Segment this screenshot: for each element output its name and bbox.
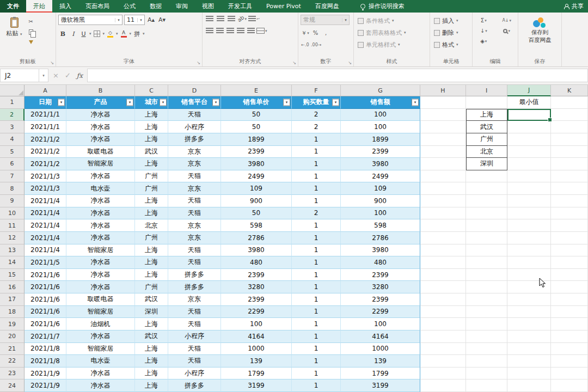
cell-A8[interactable]: 2021/1/3 xyxy=(24,182,66,195)
cell-G13[interactable]: 3980 xyxy=(341,244,420,257)
cell-G20[interactable]: 4164 xyxy=(341,330,420,343)
cell-A20[interactable]: 2021/1/7 xyxy=(24,330,66,343)
cell-C15[interactable]: 上海 xyxy=(135,269,168,281)
cell-C23[interactable]: 上海 xyxy=(135,367,168,380)
cell-K23[interactable] xyxy=(551,367,588,380)
column-header-B[interactable]: B xyxy=(66,85,135,96)
row-header-20[interactable]: 20 xyxy=(0,330,24,343)
cell-A19[interactable]: 2021/1/6 xyxy=(24,318,66,330)
cell-E11[interactable]: 598 xyxy=(221,219,292,232)
cell-G6[interactable]: 3980 xyxy=(341,158,420,170)
cell-E13[interactable]: 3980 xyxy=(221,244,292,257)
cell-D10[interactable]: 天猫 xyxy=(168,207,221,220)
cell-K17[interactable] xyxy=(551,293,588,306)
clear-button[interactable]: ◈▾ xyxy=(475,37,493,45)
wrap-text-button[interactable]: ↩ xyxy=(248,15,260,23)
cell-H3[interactable] xyxy=(420,121,466,133)
cell-D1[interactable]: 销售平台▾ xyxy=(168,96,221,109)
borders-dropdown-icon[interactable]: ▾ xyxy=(103,32,105,36)
cell-B15[interactable]: 净水器 xyxy=(66,269,135,281)
cell-F20[interactable]: 1 xyxy=(292,330,341,343)
italic-button[interactable]: I xyxy=(69,29,78,39)
dialog-launcher-icon[interactable]: ↘ xyxy=(292,60,296,65)
cell-B14[interactable]: 净水器 xyxy=(66,256,135,269)
cell-G2[interactable]: 100 xyxy=(341,109,420,121)
cell-D3[interactable]: 小程序 xyxy=(168,121,221,133)
row-header-3[interactable]: 3 xyxy=(0,121,24,133)
cell-H7[interactable] xyxy=(420,170,466,183)
cell-D9[interactable]: 天猫 xyxy=(168,195,221,207)
cell-D11[interactable]: 京东 xyxy=(168,219,221,232)
cell-D21[interactable]: 天猫 xyxy=(168,343,221,356)
cell-J6[interactable] xyxy=(507,158,551,170)
cell-D24[interactable]: 拼多多 xyxy=(168,379,221,392)
cell-A11[interactable]: 2021/1/4 xyxy=(24,219,66,232)
row-header-8[interactable]: 8 xyxy=(0,182,24,195)
filter-button-E[interactable]: ▾ xyxy=(283,99,290,106)
cell-H12[interactable] xyxy=(420,232,466,244)
cell-C2[interactable]: 上海 xyxy=(135,109,168,121)
cell-B9[interactable]: 净水器 xyxy=(66,195,135,207)
cell-F4[interactable]: 1 xyxy=(292,133,341,146)
cell-I8[interactable] xyxy=(466,182,507,195)
cell-F12[interactable]: 1 xyxy=(292,232,341,244)
cell-D2[interactable]: 天猫 xyxy=(168,109,221,121)
align-middle-button[interactable] xyxy=(216,15,225,23)
cell-K24[interactable] xyxy=(551,379,588,392)
cell-B4[interactable]: 净水器 xyxy=(66,133,135,146)
cell-G11[interactable]: 598 xyxy=(341,219,420,232)
cell-H13[interactable] xyxy=(420,244,466,257)
cell-F6[interactable]: 1 xyxy=(292,158,341,170)
cell-G12[interactable]: 2786 xyxy=(341,232,420,244)
tab-page-layout[interactable]: 页面布局 xyxy=(78,0,117,13)
autosum-button[interactable]: Σ▾ xyxy=(475,16,493,24)
row-header-22[interactable]: 22 xyxy=(0,355,24,367)
filter-button-C[interactable]: ▾ xyxy=(160,99,167,106)
column-header-K[interactable]: K xyxy=(551,85,588,96)
cell-K13[interactable] xyxy=(551,244,588,257)
cell-K22[interactable] xyxy=(551,355,588,367)
cell-K6[interactable] xyxy=(551,158,588,170)
cell-K2[interactable] xyxy=(551,109,588,121)
cell-K8[interactable] xyxy=(551,182,588,195)
cell-A2[interactable]: 2021/1/1 xyxy=(24,109,66,121)
cell-E2[interactable]: 50 xyxy=(221,109,292,121)
tab-power-pivot[interactable]: Power Pivot xyxy=(259,0,308,13)
cell-D4[interactable]: 拼多多 xyxy=(168,133,221,146)
cell-F21[interactable]: 1 xyxy=(292,343,341,356)
cell-A18[interactable]: 2021/1/6 xyxy=(24,306,66,318)
cell-E22[interactable]: 139 xyxy=(221,355,292,367)
cell-H1[interactable] xyxy=(420,96,466,109)
cells-item-0[interactable]: 插入▾ xyxy=(432,15,470,27)
format-painter-button[interactable] xyxy=(26,38,35,46)
merge-center-button[interactable]: ▾ xyxy=(256,27,267,35)
cell-H6[interactable] xyxy=(420,158,466,170)
underline-button[interactable]: U xyxy=(79,29,88,39)
font-color-button[interactable]: A xyxy=(119,29,128,39)
cell-I18[interactable] xyxy=(466,306,507,318)
styles-item-2[interactable]: 单元格样式▾ xyxy=(356,39,427,51)
cell-G1[interactable]: 销售额▾ xyxy=(341,96,420,109)
cell-F2[interactable]: 2 xyxy=(292,109,341,121)
cell-E16[interactable]: 3280 xyxy=(221,281,292,293)
cell-G4[interactable]: 1899 xyxy=(341,133,420,146)
cell-F15[interactable]: 1 xyxy=(292,269,341,281)
cell-K12[interactable] xyxy=(551,232,588,244)
cell-D14[interactable]: 天猫 xyxy=(168,256,221,269)
cell-A3[interactable]: 2021/1/1 xyxy=(24,121,66,133)
cell-G9[interactable]: 900 xyxy=(341,195,420,207)
row-header-9[interactable]: 9 xyxy=(0,195,24,207)
cell-E15[interactable]: 2399 xyxy=(221,269,292,281)
cell-I5[interactable]: 北京 xyxy=(466,146,507,158)
cell-A24[interactable]: 2021/1/9 xyxy=(24,379,66,392)
cell-E4[interactable]: 1899 xyxy=(221,133,292,146)
cell-J19[interactable] xyxy=(507,318,551,330)
cell-G7[interactable]: 2499 xyxy=(341,170,420,183)
bold-button[interactable]: B xyxy=(58,29,68,39)
cell-G10[interactable]: 100 xyxy=(341,207,420,220)
fill-color-button[interactable]: ◇ xyxy=(106,29,115,39)
cell-I7[interactable] xyxy=(466,170,507,183)
cell-I11[interactable] xyxy=(466,219,507,232)
cell-H23[interactable] xyxy=(420,367,466,380)
cell-B5[interactable]: 取暖电器 xyxy=(66,146,135,158)
